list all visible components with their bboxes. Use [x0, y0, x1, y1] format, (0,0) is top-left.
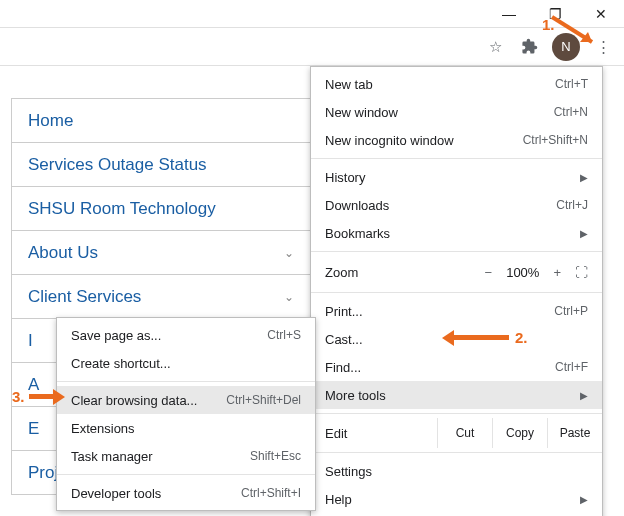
minimize-button[interactable]: —	[486, 0, 532, 28]
menu-separator	[311, 292, 602, 293]
sidebar-item-label: Home	[28, 111, 73, 131]
sidebar-item-label: Client Services	[28, 287, 141, 307]
submenu-arrow-icon: ▶	[580, 172, 588, 183]
submenu-arrow-icon: ▶	[580, 228, 588, 239]
menu-new-window[interactable]: New windowCtrl+N	[311, 98, 602, 126]
sidebar-item-label: Services Outage Status	[28, 155, 207, 175]
edit-cut-button[interactable]: Cut	[437, 418, 492, 448]
submenu-create-shortcut[interactable]: Create shortcut...	[57, 349, 315, 377]
menu-separator	[311, 158, 602, 159]
bookmark-star-icon[interactable]: ☆	[484, 36, 506, 58]
chevron-down-icon: ⌄	[284, 290, 294, 304]
menu-separator	[311, 452, 602, 453]
sidebar-item-about[interactable]: About Us⌄	[12, 231, 310, 275]
sidebar-item-client-services[interactable]: Client Services⌄	[12, 275, 310, 319]
sidebar-item-label: I	[28, 331, 33, 351]
menu-settings[interactable]: Settings	[311, 457, 602, 485]
menu-new-tab[interactable]: New tabCtrl+T	[311, 70, 602, 98]
menu-separator	[311, 413, 602, 414]
sidebar-item-room-tech[interactable]: SHSU Room Technology	[12, 187, 310, 231]
menu-separator	[57, 474, 315, 475]
sidebar-item-home[interactable]: Home	[12, 99, 310, 143]
annotation-label-3: 3.	[12, 388, 25, 405]
zoom-in-button[interactable]: +	[553, 265, 561, 280]
menu-print[interactable]: Print...Ctrl+P	[311, 297, 602, 325]
menu-edit-row: Edit Cut Copy Paste	[311, 418, 602, 448]
chrome-toolbar: ☆ N ⋮	[0, 28, 624, 66]
submenu-arrow-icon: ▶	[580, 494, 588, 505]
menu-help[interactable]: Help▶	[311, 485, 602, 513]
annotation-arrow-3: 3.	[12, 388, 65, 405]
submenu-save-page[interactable]: Save page as...Ctrl+S	[57, 321, 315, 349]
zoom-value: 100%	[506, 265, 539, 280]
submenu-arrow-icon: ▶	[580, 390, 588, 401]
menu-bookmarks[interactable]: Bookmarks▶	[311, 219, 602, 247]
submenu-extensions[interactable]: Extensions	[57, 414, 315, 442]
annotation-label-1: 1.	[542, 16, 555, 33]
sidebar-item-label: About Us	[28, 243, 98, 263]
annotation-arrow-2: 2.	[442, 329, 528, 346]
edit-copy-button[interactable]: Copy	[492, 418, 547, 448]
annotation-label-2: 2.	[515, 329, 528, 346]
chrome-main-menu: New tabCtrl+T New windowCtrl+N New incog…	[310, 66, 603, 516]
menu-downloads[interactable]: DownloadsCtrl+J	[311, 191, 602, 219]
menu-new-incognito[interactable]: New incognito windowCtrl+Shift+N	[311, 126, 602, 154]
menu-more-tools[interactable]: More tools▶	[311, 381, 602, 409]
annotation-arrow-1	[552, 12, 612, 56]
extensions-puzzle-icon[interactable]	[518, 36, 540, 58]
submenu-developer-tools[interactable]: Developer toolsCtrl+Shift+I	[57, 479, 315, 507]
fullscreen-icon[interactable]: ⛶	[575, 265, 588, 280]
menu-history[interactable]: History▶	[311, 163, 602, 191]
menu-separator	[311, 251, 602, 252]
zoom-out-button[interactable]: −	[485, 265, 493, 280]
chevron-down-icon: ⌄	[284, 246, 294, 260]
menu-zoom: Zoom − 100% + ⛶	[311, 256, 602, 288]
submenu-task-manager[interactable]: Task managerShift+Esc	[57, 442, 315, 470]
sidebar-item-label: SHSU Room Technology	[28, 199, 216, 219]
more-tools-submenu: Save page as...Ctrl+S Create shortcut...…	[56, 317, 316, 511]
menu-find[interactable]: Find...Ctrl+F	[311, 353, 602, 381]
sidebar-item-label: E	[28, 419, 39, 439]
edit-paste-button[interactable]: Paste	[547, 418, 602, 448]
sidebar-item-outage[interactable]: Services Outage Status	[12, 143, 310, 187]
menu-separator	[57, 381, 315, 382]
window-controls: — ❐ ✕	[0, 0, 624, 28]
submenu-clear-browsing-data[interactable]: Clear browsing data...Ctrl+Shift+Del	[57, 386, 315, 414]
